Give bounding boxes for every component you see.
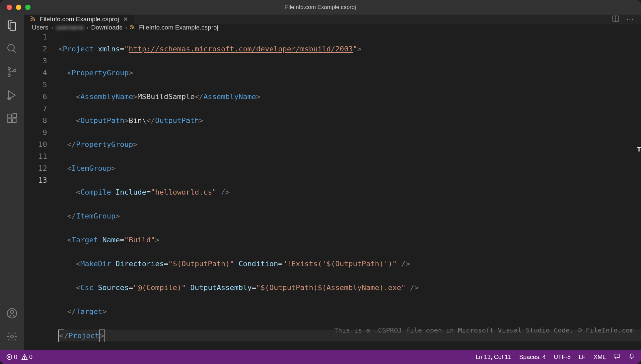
split-editor-icon[interactable]	[612, 15, 620, 24]
errors-button[interactable]: 0	[6, 354, 17, 361]
window-controls	[7, 5, 31, 10]
breadcrumb-segment[interactable]: username	[56, 24, 84, 31]
close-window-button[interactable]	[7, 5, 12, 10]
explorer-icon[interactable]	[6, 20, 18, 32]
minimize-window-button[interactable]	[16, 5, 21, 10]
main-area: FileInfo.com Example.csproj ✕ ··· Users …	[0, 15, 641, 350]
svg-point-13	[31, 20, 32, 21]
breadcrumb-segment[interactable]: FileInfo.com Example.csproj	[139, 24, 218, 31]
tab-bar: FileInfo.com Example.csproj ✕ ···	[24, 15, 641, 24]
image-caption: This is a .CSPROJ file open in Microsoft…	[334, 324, 634, 336]
svg-point-11	[10, 310, 14, 314]
run-debug-icon[interactable]	[6, 90, 18, 102]
breadcrumbs[interactable]: Users › username › Downloads › FileInfo.…	[24, 24, 641, 31]
search-icon[interactable]	[6, 43, 18, 56]
svg-point-4	[14, 69, 16, 72]
chevron-right-icon: ›	[51, 24, 53, 31]
line-number-gutter: 1 2 3 4 5 6 7 8 9 10 11 12 13	[24, 31, 57, 364]
svg-point-0	[8, 44, 14, 51]
minimap-indicator: T	[637, 143, 641, 155]
editor-tab[interactable]: FileInfo.com Example.csproj ✕	[24, 15, 134, 24]
code-area[interactable]: <Project xmlns="http://schemas.microsoft…	[57, 31, 641, 364]
svg-line-1	[13, 50, 16, 52]
activity-bar	[0, 15, 24, 350]
svg-rect-7	[8, 119, 11, 122]
maximize-window-button[interactable]	[25, 5, 31, 10]
breadcrumb-segment[interactable]: Downloads	[91, 24, 122, 31]
svg-point-2	[8, 68, 10, 70]
svg-point-3	[8, 74, 10, 76]
extensions-icon[interactable]	[6, 113, 18, 125]
chevron-right-icon: ›	[125, 24, 127, 31]
svg-rect-6	[8, 114, 11, 118]
source-control-icon[interactable]	[6, 66, 18, 79]
more-actions-icon[interactable]: ···	[626, 15, 634, 24]
chevron-right-icon: ›	[86, 24, 88, 31]
titlebar: FileInfo.com Example.csproj	[0, 0, 641, 15]
editor-content: FileInfo.com Example.csproj ✕ ··· Users …	[24, 15, 641, 350]
svg-point-16	[130, 28, 131, 29]
svg-rect-9	[13, 114, 17, 117]
file-type-icon	[30, 16, 36, 23]
accounts-icon[interactable]	[6, 308, 18, 320]
file-type-icon	[130, 24, 135, 31]
settings-gear-icon[interactable]	[6, 331, 18, 343]
tab-filename: FileInfo.com Example.csproj	[40, 16, 119, 23]
code-editor[interactable]: 1 2 3 4 5 6 7 8 9 10 11 12 13 <Project x…	[24, 31, 641, 364]
tab-close-icon[interactable]: ✕	[123, 16, 128, 23]
window-title: FileInfo.com Example.csproj	[285, 4, 356, 11]
svg-point-12	[11, 335, 14, 338]
breadcrumb-segment[interactable]: Users	[32, 24, 48, 31]
svg-rect-8	[12, 119, 16, 122]
